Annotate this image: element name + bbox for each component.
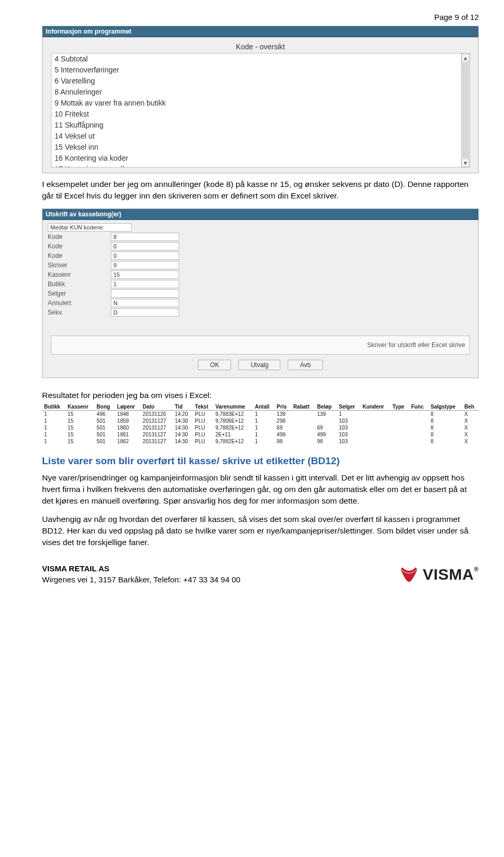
table-row: 11550118622013112714:30PLU9,7882E+121989… [42, 438, 479, 445]
table-cell [409, 431, 428, 438]
table-cell: 1 [42, 438, 66, 445]
table-cell: 69 [315, 424, 337, 431]
table-header: Selger [337, 403, 361, 411]
table-header: Dato [141, 403, 173, 411]
table-header: Pris [275, 403, 291, 411]
table-cell: 14:30 [173, 438, 193, 445]
table-cell: 8 [428, 417, 462, 424]
table-cell: 15 [66, 411, 94, 418]
table-header: Beløp [315, 403, 337, 411]
table-cell: 1 [42, 431, 66, 438]
table-cell: 8 [428, 438, 462, 445]
result-label: Resultatet for perioden jeg ba om vises … [42, 391, 479, 400]
table-header: Rabatt [291, 403, 315, 411]
list-item[interactable]: 14 Veksel ut [55, 131, 466, 142]
table-cell: 14:20 [173, 411, 193, 418]
table-cell: 9,7882E+12 [213, 424, 253, 431]
form-row: Sekv.D [48, 308, 473, 317]
list-item[interactable]: 11 Skuffåpning [55, 120, 466, 131]
info-panel: Informasjon om programmet Kode - oversik… [42, 26, 479, 173]
table-cell: 20131127 [141, 431, 173, 438]
scroll-down-icon[interactable]: ▼ [461, 159, 469, 167]
list-item[interactable]: 5 Internoverføringer [55, 65, 466, 76]
field-value[interactable]: D [111, 308, 179, 317]
field-value[interactable]: 1 [111, 280, 179, 288]
print-panel: Utskrift av kassebong(er) Medtar KUN kod… [42, 208, 479, 378]
form-row: Kassenr15 [48, 270, 473, 279]
table-cell: X [463, 424, 479, 431]
table-cell: 9,7882E+12 [213, 438, 253, 445]
table-cell: 1 [253, 438, 275, 445]
table-cell: 1862 [115, 438, 141, 445]
kode-list-heading: Kode - oversikt [48, 39, 473, 53]
table-cell: 98 [275, 438, 291, 445]
field-value[interactable]: 15 [111, 270, 179, 279]
table-cell [291, 431, 315, 438]
table-cell: PLU [193, 438, 213, 445]
scroll-up-icon[interactable]: ▲ [461, 54, 469, 62]
table-cell: 8 [428, 424, 462, 431]
field-value[interactable]: 8 [111, 233, 179, 241]
ok-button[interactable]: OK [198, 360, 231, 370]
top-filter-field[interactable]: Medtar KUN kodene: [48, 223, 132, 232]
table-cell: 15 [66, 431, 94, 438]
table-cell: 14:30 [173, 417, 193, 424]
table-header: Tekst [193, 403, 213, 411]
table-cell [360, 411, 390, 418]
list-item[interactable]: 16 Kontering via koder [55, 153, 466, 164]
field-label: Skriver [48, 262, 106, 269]
form-row: Selger [48, 289, 473, 298]
section-heading-bd12: Liste varer som blir overført til kasse/… [42, 455, 479, 467]
kode-listbox[interactable]: 4 Subtotal5 Internoverføringer6 Varetell… [51, 53, 470, 168]
table-cell [409, 411, 428, 418]
table-cell [291, 417, 315, 424]
footer-company: VISMA RETAIL AS [42, 563, 240, 574]
scrollbar-vertical[interactable]: ▲ ▼ [461, 54, 469, 167]
list-item[interactable]: 8 Annuleringer [55, 87, 466, 98]
list-item[interactable]: 15 Veksel inn [55, 142, 466, 153]
paragraph-bd12-2: Uavhengig av når og hvordan det overføre… [42, 514, 479, 548]
scroll-thumb[interactable] [463, 63, 468, 158]
visma-logo: VISMA® [398, 564, 479, 585]
table-cell: 1861 [115, 431, 141, 438]
list-item[interactable]: 9 Mottak av varer fra annen butikk [55, 98, 466, 109]
table-cell: 15 [66, 424, 94, 431]
list-item[interactable]: 6 Varetelling [55, 76, 466, 87]
field-value[interactable]: 0 [111, 252, 179, 260]
table-cell: 15 [66, 438, 94, 445]
field-value[interactable]: 0 [111, 242, 179, 250]
table-header: Salgstype [428, 403, 462, 411]
table-cell [360, 431, 390, 438]
table-cell: 14:30 [173, 431, 193, 438]
list-item[interactable]: 4 Subtotal [55, 54, 466, 65]
table-cell: 501 [94, 431, 115, 438]
table-row: 11549618482013112614:20PLU9,7883E+121139… [42, 411, 479, 418]
field-label: Annulert [48, 299, 106, 307]
avbryt-button[interactable]: Avb [288, 360, 322, 370]
list-item[interactable]: 10 Fritekst [55, 109, 466, 120]
table-cell: 1 [253, 417, 275, 424]
table-cell [391, 431, 410, 438]
table-cell: 9,7883E+12 [213, 411, 253, 418]
field-value[interactable]: N [111, 299, 179, 307]
visma-wordmark: VISMA® [423, 566, 479, 583]
field-label: Kode [48, 233, 106, 241]
table-row: 11550118602013112714:30PLU9,7882E+121696… [42, 424, 479, 431]
table-cell: 501 [94, 438, 115, 445]
table-cell: 20131127 [141, 424, 173, 431]
table-cell [391, 411, 410, 418]
visma-mark-icon [398, 564, 419, 585]
table-cell: 1 [253, 411, 275, 418]
table-cell: 98 [315, 438, 337, 445]
table-cell: 8 [428, 411, 462, 418]
table-cell: 1 [42, 424, 66, 431]
field-value[interactable]: 9 [111, 261, 179, 269]
table-cell [291, 438, 315, 445]
utvalg-button[interactable]: Utvalg [238, 360, 280, 370]
field-value[interactable] [111, 289, 179, 298]
table-cell: X [463, 438, 479, 445]
table-header: Løpenr [115, 403, 141, 411]
list-item[interactable]: 17 Kontering manuell [55, 164, 466, 168]
table-cell [291, 411, 315, 418]
table-cell: 501 [94, 424, 115, 431]
